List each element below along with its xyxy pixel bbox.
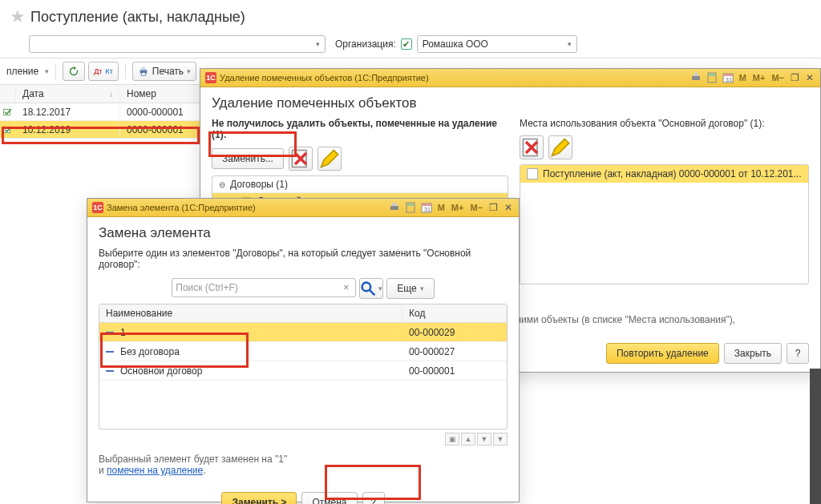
edit-button[interactable] <box>317 147 342 171</box>
org-combo[interactable]: Ромашка ООО ▾ <box>417 35 577 53</box>
clear-search-icon[interactable]: × <box>340 282 352 293</box>
usage-list[interactable]: Поступление (акт, накладная) 0000-000001… <box>520 164 809 284</box>
replace-confirm-button[interactable]: Заменить > <box>221 492 297 504</box>
toolbar-left-label: пление <box>3 66 42 77</box>
magnifier-icon <box>360 280 377 297</box>
titlebar-close-icon[interactable]: ✕ <box>804 72 815 83</box>
usage-item-label: Поступление (акт, накладная) 0000-000001… <box>543 168 802 179</box>
titlebar-window-icon[interactable]: ❐ <box>789 72 801 83</box>
more-button[interactable]: Еще ▾ <box>386 278 434 299</box>
mark-for-deletion-link[interactable]: помечен на удаление <box>107 465 203 476</box>
help-button[interactable]: ? <box>362 492 385 504</box>
nav-first-button[interactable]: ▣ <box>445 433 459 446</box>
table-row[interactable]: Без договора00-000027 <box>99 342 507 361</box>
titlebar-mplus-button[interactable]: M+ <box>450 203 466 212</box>
toolbar-print-button[interactable]: Печать ▾ <box>132 62 196 81</box>
search-input[interactable]: Поиск (Ctrl+F) × <box>172 278 356 297</box>
svg-rect-16 <box>392 203 397 206</box>
svg-text:31: 31 <box>726 77 732 83</box>
titlebar-calendar-icon[interactable]: 31 <box>420 201 433 214</box>
cell-date: 18.12.2017 <box>16 107 120 118</box>
table-row[interactable]: 100-000029 <box>99 323 507 342</box>
replace-heading: Замена элемента <box>99 225 508 241</box>
search-button[interactable]: ▾ <box>359 278 383 299</box>
org-value: Ромашка ООО <box>423 38 488 50</box>
cell-date: 10.12.2019 <box>16 124 120 135</box>
nav-up-button[interactable]: ▲ <box>461 433 475 446</box>
replace-footer-note: Выбранный элемент будет заменен на "1" и… <box>99 454 508 476</box>
delete-subheading: Не получилось удалить объекты, помеченны… <box>212 118 508 140</box>
svg-rect-2 <box>141 73 145 76</box>
org-checkbox[interactable]: ✔ <box>401 38 412 50</box>
app-1c-icon: 1C <box>205 72 216 83</box>
svg-rect-10 <box>723 74 733 76</box>
document-icon <box>527 168 538 179</box>
nav-down-button[interactable]: ▼ <box>477 433 491 446</box>
item-icon <box>106 332 114 333</box>
close-button[interactable]: Закрыть <box>724 343 782 364</box>
cell-code: 00-000029 <box>402 327 507 338</box>
tree-group-row[interactable]: ⊖ Договоры (1) <box>212 176 508 193</box>
page-header: ★ Поступление (акты, накладные) <box>0 0 821 34</box>
toolbar-refresh-button[interactable] <box>63 62 85 81</box>
cancel-button[interactable]: Отмена <box>301 492 357 504</box>
usage-delete-mark-button[interactable] <box>520 135 544 159</box>
col-date[interactable]: Дата ↓ <box>16 85 120 103</box>
svg-rect-8 <box>709 74 715 76</box>
replace-instruction: Выберите один из элементов "Договоры", н… <box>99 248 508 270</box>
svg-point-22 <box>362 282 371 291</box>
cell-name: Основной договор <box>99 365 402 377</box>
svg-rect-6 <box>694 73 698 76</box>
elements-table[interactable]: Наименование Код 100-000029Без договора0… <box>99 304 508 429</box>
svg-rect-5 <box>692 76 700 80</box>
page-title: Поступление (акты, накладные) <box>30 9 245 26</box>
replace-dialog-titlebar[interactable]: 1C Замена элемента (1С:Предприятие) 31 M… <box>87 199 519 217</box>
titlebar-mminus-button[interactable]: M− <box>468 203 484 212</box>
print-label: Печать <box>152 66 184 77</box>
titlebar-calculator-icon[interactable] <box>706 71 718 84</box>
collapse-icon[interactable]: ⊖ <box>219 180 225 189</box>
pencil-icon <box>318 147 341 170</box>
titlebar-calendar-icon[interactable]: 31 <box>722 71 734 84</box>
svg-rect-18 <box>407 204 414 206</box>
repeat-delete-button[interactable]: Повторить удаление <box>606 343 719 364</box>
cell-code: 00-000001 <box>402 365 507 377</box>
right-sidebar-strip <box>810 369 821 504</box>
nav-last-button[interactable]: ▼ <box>493 433 508 446</box>
titlebar-m-button[interactable]: M <box>738 73 748 83</box>
filter-combo-1[interactable]: ▾ <box>29 35 326 53</box>
help-button[interactable]: ? <box>787 343 809 364</box>
item-icon <box>106 351 114 353</box>
org-label: Организация: <box>335 38 396 50</box>
titlebar-close-icon[interactable]: ✕ <box>503 202 514 213</box>
titlebar-print-icon[interactable] <box>388 201 401 214</box>
delete-mark-button[interactable] <box>289 147 313 171</box>
titlebar-mplus-button[interactable]: M+ <box>751 73 767 83</box>
search-placeholder: Поиск (Ctrl+F) <box>176 282 238 293</box>
col-name-header[interactable]: Наименование <box>99 304 402 322</box>
delete-dialog-titlebar[interactable]: 1C Удаление помеченных объектов (1С:Пред… <box>200 69 820 87</box>
replace-dialog: 1C Замена элемента (1С:Предприятие) 31 M… <box>87 198 520 502</box>
usage-edit-button[interactable] <box>548 135 572 159</box>
usage-list-item[interactable]: Поступление (акт, накладная) 0000-000001… <box>520 165 808 183</box>
titlebar-m-button[interactable]: M <box>436 203 447 212</box>
col-code-header[interactable]: Код <box>402 304 507 322</box>
item-icon <box>106 370 114 372</box>
table-row[interactable]: Основной договор00-000001 <box>99 361 507 381</box>
svg-line-23 <box>370 289 375 295</box>
toolbar-dtkt-button[interactable]: ДтКт <box>88 62 119 81</box>
titlebar-window-icon[interactable]: ❐ <box>487 202 499 213</box>
app-1c-icon: 1C <box>92 202 103 213</box>
favorite-star-icon[interactable]: ★ <box>10 6 26 27</box>
titlebar-mminus-button[interactable]: M− <box>770 73 786 83</box>
titlebar-calculator-icon[interactable] <box>404 201 417 214</box>
titlebar-print-icon[interactable] <box>690 71 702 84</box>
cell-name: Без договора <box>99 346 402 357</box>
printer-icon <box>138 66 149 77</box>
tree-group-label: Договоры (1) <box>230 179 288 190</box>
replace-button[interactable]: Заменить... <box>212 148 284 169</box>
svg-rect-15 <box>390 206 398 210</box>
usage-label: Места использования объекта "Основной до… <box>520 118 809 129</box>
replace-dialog-title: Замена элемента (1С:Предприятие) <box>107 203 256 212</box>
cell-code: 00-000027 <box>402 346 507 357</box>
